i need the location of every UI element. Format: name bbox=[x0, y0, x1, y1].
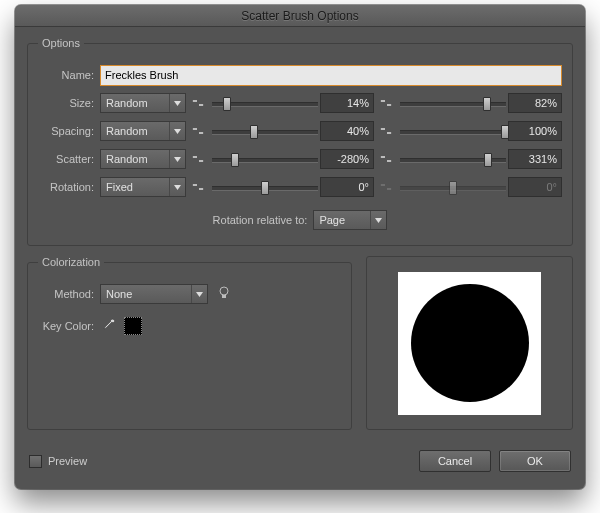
preview-checkbox-label: Preview bbox=[48, 455, 87, 467]
link-icon[interactable] bbox=[190, 151, 206, 167]
colorization-legend: Colorization bbox=[38, 256, 104, 268]
window-title: Scatter Brush Options bbox=[15, 5, 585, 27]
spacing-max-value[interactable] bbox=[508, 121, 562, 141]
scatter-min-value[interactable] bbox=[320, 149, 374, 169]
size-max-value[interactable] bbox=[508, 93, 562, 113]
method-value: None bbox=[106, 288, 132, 300]
scatter-min-slider[interactable] bbox=[212, 150, 318, 168]
link-icon[interactable] bbox=[378, 123, 394, 139]
spacing-label: Spacing: bbox=[38, 125, 94, 137]
rotation-relative-value: Page bbox=[319, 214, 345, 226]
size-mode-value: Random bbox=[106, 97, 148, 109]
preview-checkbox[interactable] bbox=[29, 455, 42, 468]
link-icon[interactable] bbox=[378, 151, 394, 167]
scatter-max-value[interactable] bbox=[508, 149, 562, 169]
chevron-down-icon bbox=[191, 285, 207, 303]
brush-shape-circle bbox=[411, 284, 529, 402]
size-min-slider[interactable] bbox=[212, 94, 318, 112]
dialog-footer: Preview Cancel OK bbox=[15, 439, 585, 489]
cancel-button-label: Cancel bbox=[438, 455, 472, 467]
chevron-down-icon bbox=[169, 178, 185, 196]
size-max-slider[interactable] bbox=[400, 94, 506, 112]
spacing-mode-dropdown[interactable]: Random bbox=[100, 121, 186, 141]
eyedropper-icon[interactable] bbox=[102, 318, 116, 334]
spacing-max-slider[interactable] bbox=[400, 122, 506, 140]
link-icon[interactable] bbox=[190, 123, 206, 139]
brush-name-input[interactable] bbox=[100, 65, 562, 86]
scatter-mode-value: Random bbox=[106, 153, 148, 165]
options-group: Options Name: Size: Random Spacing: Rand… bbox=[27, 37, 573, 246]
cancel-button[interactable]: Cancel bbox=[419, 450, 491, 472]
scatter-label: Scatter: bbox=[38, 153, 94, 165]
link-icon bbox=[378, 179, 394, 195]
brush-preview-pane bbox=[366, 256, 573, 430]
rotation-relative-label: Rotation relative to: bbox=[213, 214, 308, 226]
rotation-mode-dropdown[interactable]: Fixed bbox=[100, 177, 186, 197]
dialog-window: Scatter Brush Options Options Name: Size… bbox=[15, 5, 585, 489]
rotation-max-value bbox=[508, 177, 562, 197]
chevron-down-icon bbox=[169, 94, 185, 112]
brush-preview bbox=[398, 272, 541, 415]
scatter-mode-dropdown[interactable]: Random bbox=[100, 149, 186, 169]
rotation-min-slider[interactable] bbox=[212, 178, 318, 196]
spacing-mode-value: Random bbox=[106, 125, 148, 137]
options-legend: Options bbox=[38, 37, 84, 49]
chevron-down-icon bbox=[169, 122, 185, 140]
scatter-max-slider[interactable] bbox=[400, 150, 506, 168]
ok-button-label: OK bbox=[527, 455, 543, 467]
link-icon[interactable] bbox=[378, 95, 394, 111]
lightbulb-icon[interactable] bbox=[218, 286, 230, 302]
chevron-down-icon bbox=[370, 211, 386, 229]
svg-rect-1 bbox=[222, 295, 226, 298]
spacing-min-slider[interactable] bbox=[212, 122, 318, 140]
size-label: Size: bbox=[38, 97, 94, 109]
key-color-label: Key Color: bbox=[38, 320, 94, 332]
method-label: Method: bbox=[38, 288, 94, 300]
name-label: Name: bbox=[38, 69, 94, 81]
method-dropdown[interactable]: None bbox=[100, 284, 208, 304]
key-color-swatch[interactable] bbox=[124, 317, 142, 335]
size-mode-dropdown[interactable]: Random bbox=[100, 93, 186, 113]
link-icon[interactable] bbox=[190, 95, 206, 111]
colorization-group: Colorization Method: None Key Color: bbox=[27, 256, 352, 430]
chevron-down-icon bbox=[169, 150, 185, 168]
link-icon[interactable] bbox=[190, 179, 206, 195]
rotation-max-slider bbox=[400, 178, 506, 196]
rotation-mode-value: Fixed bbox=[106, 181, 133, 193]
ok-button[interactable]: OK bbox=[499, 450, 571, 472]
rotation-label: Rotation: bbox=[38, 181, 94, 193]
spacing-min-value[interactable] bbox=[320, 121, 374, 141]
svg-point-0 bbox=[220, 287, 228, 295]
size-min-value[interactable] bbox=[320, 93, 374, 113]
rotation-relative-dropdown[interactable]: Page bbox=[313, 210, 387, 230]
rotation-min-value[interactable] bbox=[320, 177, 374, 197]
